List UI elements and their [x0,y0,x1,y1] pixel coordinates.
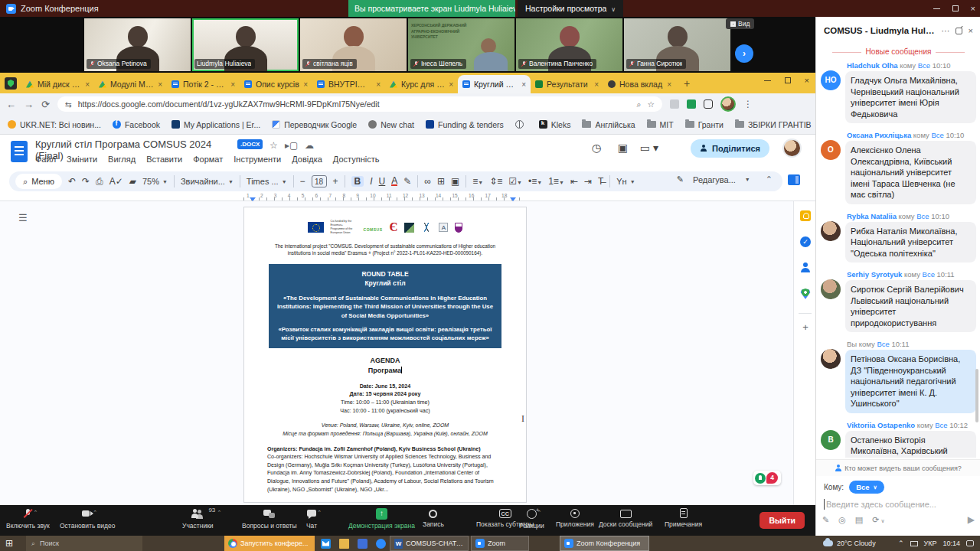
zoom-select[interactable]: 75%▼ [142,177,168,186]
chat-messages[interactable]: НО Hladchuk Olha кому Все 10:10 Гладчук … [816,60,980,458]
align-icon[interactable]: ≡▼ [472,176,483,187]
format-text-icon[interactable]: ✎ [822,515,829,525]
tab-close-icon[interactable]: × [85,80,90,89]
bookmark-item[interactable] [515,120,528,129]
video-tile[interactable]: світлана яців [300,18,407,71]
bookmark-item[interactable]: New chat [368,120,414,129]
bookmark-folder[interactable]: Гранти [685,120,724,129]
taskbar-explorer-icon[interactable] [335,536,353,551]
chat-scrollbar[interactable] [975,369,978,422]
toolbar-menu-button[interactable]: ⌕Меню [15,174,62,189]
cloud-status-icon[interactable]: ☁ [305,140,314,151]
bookmark-item[interactable]: Funding & tenders [426,120,504,129]
leave-meeting-button[interactable]: Выйти [760,512,805,529]
numbered-list-icon[interactable]: 1≡▼ [548,176,564,187]
unmute-button[interactable]: ⌃Включить звук [6,508,50,530]
assistant-widget[interactable]: 4 [753,471,781,485]
menu-tools[interactable]: Інструменти [234,155,281,164]
message-input[interactable]: Введите здесь сообщение... [824,499,973,510]
browser-tab[interactable]: Нова вклад× [603,75,676,93]
paint-format-icon[interactable]: ▰ [129,176,136,187]
meet-camera-icon[interactable]: ▭ ▾ [640,142,658,154]
browser-tab[interactable]: Опис курсів× [240,75,312,93]
browser-menu-icon[interactable]: ⋮ [743,99,753,109]
chevron-up-icon[interactable]: ⌃ [317,510,322,516]
bookmark-folder[interactable]: Англійська [582,120,635,129]
spellcheck-icon[interactable]: A✓ [109,176,123,187]
menu-accessibility[interactable]: Доступність [333,155,380,164]
sender-name[interactable]: Вы [847,340,857,348]
sender-name[interactable]: Serhiy Syrotyuk [847,270,902,279]
record-button[interactable]: Запись [423,508,444,528]
white-boards-button[interactable]: Доски сообщений [599,508,652,528]
browser-tab[interactable]: Курс для ме× [385,75,458,93]
language-indicator[interactable]: УКР [924,540,937,547]
video-tile[interactable]: Ганна Сиротюк [624,18,730,71]
tasks-icon[interactable]: ✓ [800,236,811,247]
indent-decrease-icon[interactable]: ⇤ [570,176,578,187]
print-icon[interactable]: ⎙ [96,176,103,187]
next-participants-button[interactable]: › [735,44,753,63]
chevron-up-icon[interactable]: ⌃ [537,510,542,516]
tab-close-icon[interactable]: × [303,80,308,89]
star-icon[interactable]: ☆ [270,140,278,151]
recipient[interactable]: Все [877,340,889,348]
indent-increase-icon[interactable]: ⇥ [584,176,592,187]
browser-tab[interactable]: Потік 2 - PO× [167,75,240,93]
keep-icon[interactable] [800,210,811,221]
tab-close-icon[interactable]: × [594,80,599,89]
share-button[interactable]: Поділитися [691,139,769,158]
move-folder-icon[interactable]: ▸▢ [285,140,298,151]
recipient[interactable]: Все [935,421,947,429]
reload-icon[interactable]: ⟳ [41,99,50,110]
taskbar-mail-icon[interactable] [317,536,335,551]
search-icon[interactable]: ⌕ [637,99,642,109]
bookmark-folder[interactable]: MIT [647,120,674,129]
browser-profile-avatar[interactable] [720,96,736,112]
browser-tab[interactable]: Модулі Мон× [94,75,167,93]
bookmark-item[interactable]: Kleks [539,120,571,129]
emoji-icon[interactable]: ◎ [838,515,846,525]
sender-name[interactable]: Viktoriia Ostapenko [847,421,915,429]
bookmark-folder[interactable]: ЗБІРКИ ГРАНТІВ [735,120,812,129]
taskbar-media-icon[interactable] [354,536,371,551]
browser-tab-active[interactable]: Круглий стіл× [458,75,531,93]
comments-icon[interactable]: ▣ [618,142,628,154]
recipient[interactable]: Все [923,270,935,279]
docs-profile-avatar[interactable] [782,139,802,158]
view-button[interactable]: Вид [726,18,754,29]
video-tile[interactable]: Oksana Petinova [84,18,191,71]
checklist-icon[interactable]: ☑▼ [508,176,522,187]
menu-insert[interactable]: Вставити [146,155,182,164]
tab-close-icon[interactable]: × [667,80,671,89]
clock[interactable]: 10:14 [943,540,961,547]
underline-icon[interactable]: U [379,176,386,187]
maximize-icon[interactable] [785,77,791,83]
collapse-toolbar-icon[interactable]: ⌃ [766,174,773,184]
editing-mode-select[interactable]: ✎ Редагува... ▼ ⌃ [677,174,773,184]
antivirus-shield-icon[interactable] [5,77,17,90]
recipient[interactable]: Все [918,61,930,70]
sender-name[interactable]: Rybka Nataliia [847,212,897,220]
extension-icon[interactable] [704,99,713,109]
browser-tab[interactable]: ВНУТРІШНЄ× [312,75,385,93]
chevron-up-icon[interactable]: ⌃ [93,510,97,516]
video-tile[interactable]: ХЕРСОНСЬКИЙ ДЕРЖАВНИЙ АГРАРНО-ЕКОНОМІЧНИ… [408,18,514,71]
tab-close-icon[interactable]: × [230,80,235,89]
reactions-button[interactable]: ⌃Реакции [519,508,544,530]
extension-icon[interactable] [687,99,696,109]
attach-file-icon[interactable]: ▤ [855,515,863,525]
bookmark-item[interactable]: UKR.NET: Всі новин... [8,120,101,129]
video-tile[interactable]: Валентина Панченко [516,18,622,71]
tab-close-icon[interactable]: × [449,80,453,89]
more-options-icon[interactable]: ⋯ [941,26,949,36]
menu-view[interactable]: Вигляд [108,155,136,164]
add-addon-icon[interactable]: + [800,322,811,333]
extension-icon[interactable] [670,99,679,109]
chevron-up-icon[interactable]: ⌃ [217,510,221,516]
taskbar-word-document[interactable]: WCOMSUS-CHAT-2-U... [390,536,469,551]
insert-link-icon[interactable]: ∞ [424,176,431,187]
video-tile-active-speaker[interactable]: Liudmyla Huliaieva [192,18,299,71]
add-comment-icon[interactable]: ⊞ [437,176,445,187]
taskbar-zoom-app[interactable]: Zoom [471,536,529,551]
